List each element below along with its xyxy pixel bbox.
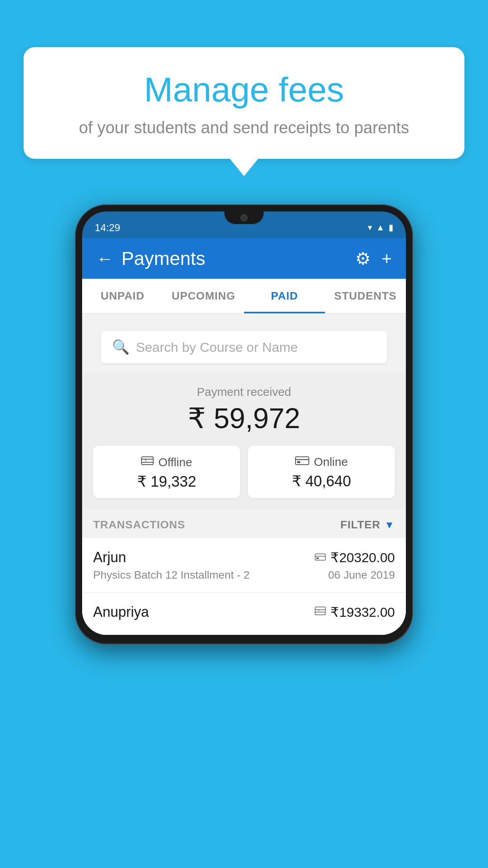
offline-icon: ₹ xyxy=(141,455,154,469)
phone-outer-shell: 14:29 ▾ ▲ ▮ ← Payments ⚙ + xyxy=(75,204,413,644)
wifi-icon: ▾ xyxy=(368,223,372,233)
transaction-top-1: Arjun ₹20320.00 xyxy=(93,549,395,566)
transaction-name-2: Anupriya xyxy=(93,604,149,620)
online-icon xyxy=(295,456,309,469)
payment-received-label: Payment received xyxy=(93,385,395,399)
svg-rect-9 xyxy=(316,557,319,559)
tab-students[interactable]: STUDENTS xyxy=(325,279,406,313)
transaction-type-icon-2: ₹ xyxy=(315,606,326,618)
transaction-bottom-1: Physics Batch 12 Installment - 2 06 June… xyxy=(93,569,395,581)
svg-text:₹: ₹ xyxy=(318,609,320,612)
offline-amount: ₹ 19,332 xyxy=(101,473,232,490)
online-payment-card: Online ₹ 40,640 xyxy=(248,446,395,498)
signal-icon: ▲ xyxy=(376,223,385,233)
page-title: Payments xyxy=(121,248,205,269)
offline-card-header: ₹ Offline xyxy=(101,455,232,469)
filter-button[interactable]: FILTER ▼ xyxy=(340,519,395,531)
transaction-detail-1: Physics Batch 12 Installment - 2 xyxy=(93,569,250,581)
offline-label: Offline xyxy=(158,456,192,469)
status-bar: 14:29 ▾ ▲ ▮ xyxy=(82,211,406,238)
status-icons: ▾ ▲ ▮ xyxy=(368,223,393,233)
search-placeholder: Search by Course or Name xyxy=(136,340,298,355)
search-icon: 🔍 xyxy=(112,339,130,355)
add-icon[interactable]: + xyxy=(382,249,392,268)
online-card-header: Online xyxy=(256,455,387,469)
online-amount: ₹ 40,640 xyxy=(256,473,387,490)
svg-rect-6 xyxy=(297,461,300,463)
phone-mockup: 14:29 ▾ ▲ ▮ ← Payments ⚙ + xyxy=(75,204,413,644)
transaction-row-2[interactable]: Anupriya ₹ ₹19332.00 xyxy=(82,593,406,635)
transaction-top-2: Anupriya ₹ ₹19332.00 xyxy=(93,604,395,620)
tabs-bar: UNPAID UPCOMING PAID STUDENTS xyxy=(82,279,406,314)
transaction-name-1: Arjun xyxy=(93,549,126,566)
offline-payment-card: ₹ Offline ₹ 19,332 xyxy=(93,446,240,498)
back-button[interactable]: ← xyxy=(96,249,114,268)
phone-screen: ← Payments ⚙ + UNPAID UPCOMING PAID STUD… xyxy=(82,238,406,635)
payment-received-section: Payment received ₹ 59,972 ₹ xyxy=(82,373,406,509)
header-right: ⚙ + xyxy=(355,248,392,268)
tab-unpaid[interactable]: UNPAID xyxy=(82,279,163,313)
phone-camera xyxy=(240,214,248,221)
header-left: ← Payments xyxy=(96,248,205,269)
speech-bubble-tail xyxy=(230,159,258,176)
transaction-amount-2: ₹19332.00 xyxy=(330,604,395,620)
status-time: 14:29 xyxy=(95,222,120,234)
transaction-amount-wrap-2: ₹ ₹19332.00 xyxy=(315,604,395,620)
svg-text:₹: ₹ xyxy=(145,458,147,462)
payment-total-amount: ₹ 59,972 xyxy=(93,402,395,435)
search-bar[interactable]: 🔍 Search by Course or Name xyxy=(101,331,387,363)
transaction-row-1[interactable]: Arjun ₹20320.00 Physics Batch 1 xyxy=(82,538,406,593)
transaction-type-icon-1 xyxy=(315,551,326,564)
transactions-label: TRANSACTIONS xyxy=(93,519,185,531)
speech-bubble: Manage fees of your students and send re… xyxy=(24,47,464,159)
transaction-date-1: 06 June 2019 xyxy=(328,569,395,581)
svg-rect-0 xyxy=(141,457,153,465)
phone-notch xyxy=(224,211,264,224)
speech-bubble-section: Manage fees of your students and send re… xyxy=(24,47,464,176)
transaction-amount-wrap-1: ₹20320.00 xyxy=(315,550,395,565)
transaction-amount-1: ₹20320.00 xyxy=(330,550,395,565)
svg-rect-4 xyxy=(295,457,309,465)
tab-upcoming[interactable]: UPCOMING xyxy=(163,279,244,313)
online-label: Online xyxy=(314,455,348,469)
bubble-title: Manage fees xyxy=(47,71,441,109)
svg-rect-7 xyxy=(315,554,325,560)
battery-icon: ▮ xyxy=(389,223,393,233)
app-header: ← Payments ⚙ + xyxy=(82,238,406,279)
bubble-subtitle: of your students and send receipts to pa… xyxy=(47,118,441,137)
payment-cards-row: ₹ Offline ₹ 19,332 xyxy=(93,446,395,498)
filter-label: FILTER xyxy=(340,519,380,531)
settings-icon[interactable]: ⚙ xyxy=(355,248,371,268)
transactions-header: TRANSACTIONS FILTER ▼ xyxy=(82,509,406,538)
svg-rect-10 xyxy=(315,607,325,615)
tab-paid[interactable]: PAID xyxy=(244,279,325,313)
filter-icon: ▼ xyxy=(384,519,395,531)
